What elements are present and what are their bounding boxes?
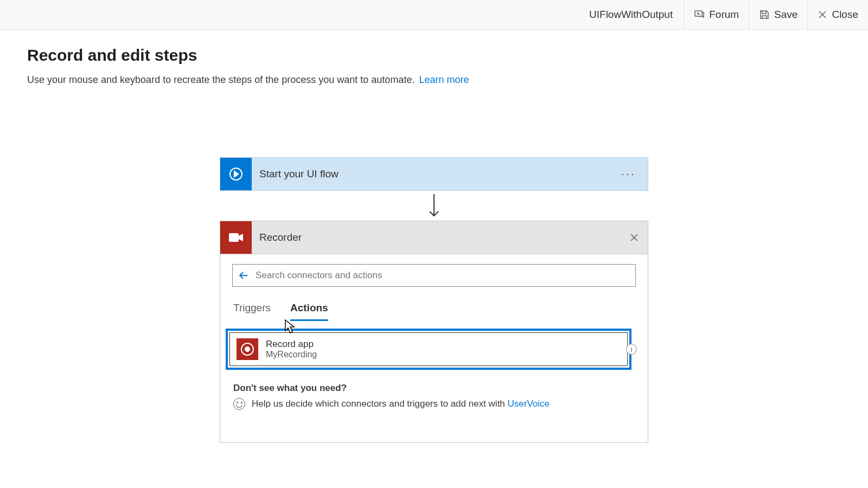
flow-canvas: Start your UI flow ··· Recorder Triggers… (220, 157, 648, 443)
help-text: Help us decide which connectors and trig… (252, 399, 508, 409)
recorder-step-title: Recorder (252, 232, 621, 243)
recorder-body: Triggers Actions Record app MyRecording … (220, 254, 648, 443)
start-step-icon (220, 158, 252, 190)
arrow-down-icon (427, 193, 441, 219)
search-input[interactable] (256, 270, 630, 281)
save-label: Save (774, 9, 797, 21)
forum-icon (694, 9, 705, 20)
start-step-menu[interactable]: ··· (609, 167, 648, 181)
save-button[interactable]: Save (749, 0, 807, 29)
smile-icon (233, 398, 245, 410)
help-question: Don't see what you need? (233, 383, 635, 394)
close-label: Close (832, 9, 858, 21)
action-title: Record app (266, 339, 317, 350)
tabs: Triggers Actions (232, 297, 636, 321)
svg-point-10 (245, 346, 250, 352)
close-button[interactable]: Close (807, 0, 868, 29)
search-row[interactable] (232, 264, 636, 287)
action-subtitle: MyRecording (266, 350, 317, 359)
record-app-action[interactable]: Record app MyRecording i (226, 329, 631, 370)
content-area: Record and edit steps Use your mouse and… (0, 30, 868, 488)
tab-triggers[interactable]: Triggers (233, 297, 271, 321)
recorder-close-button[interactable] (621, 233, 648, 242)
action-labels: Record app MyRecording (266, 339, 317, 359)
footer-help: Don't see what you need? Help us decide … (232, 383, 636, 410)
record-circle-icon (240, 342, 254, 356)
flow-arrow (220, 191, 648, 221)
recorder-step-icon (220, 221, 252, 254)
close-icon (818, 10, 827, 20)
learn-more-link[interactable]: Learn more (419, 74, 469, 86)
camera-icon (228, 232, 244, 243)
action-inner: Record app MyRecording (229, 332, 628, 366)
page-subtext-text: Use your mouse and keyboard to recreate … (27, 74, 414, 86)
topbar: UIFlowWithOutput Forum Save Close (0, 0, 868, 30)
forum-label: Forum (709, 9, 739, 21)
forum-button[interactable]: Forum (684, 0, 749, 29)
page-heading: Record and edit steps (27, 46, 841, 65)
uservoice-link[interactable]: UserVoice (508, 399, 550, 409)
page-subtext: Use your mouse and keyboard to recreate … (27, 74, 841, 86)
record-icon (237, 338, 258, 360)
svg-rect-5 (229, 233, 239, 242)
help-line: Help us decide which connectors and trig… (233, 398, 635, 410)
save-icon (759, 9, 770, 20)
recorder-step-header[interactable]: Recorder (220, 221, 648, 254)
info-badge[interactable]: i (626, 344, 637, 355)
svg-rect-0 (695, 11, 702, 16)
close-icon (629, 233, 639, 242)
start-step-card[interactable]: Start your UI flow ··· (220, 157, 648, 191)
flow-title: UIFlowWithOutput (578, 9, 684, 21)
start-step-title: Start your UI flow (252, 168, 609, 180)
play-circle-icon (228, 166, 244, 182)
back-arrow-icon[interactable] (238, 270, 249, 281)
tab-actions[interactable]: Actions (290, 297, 328, 321)
